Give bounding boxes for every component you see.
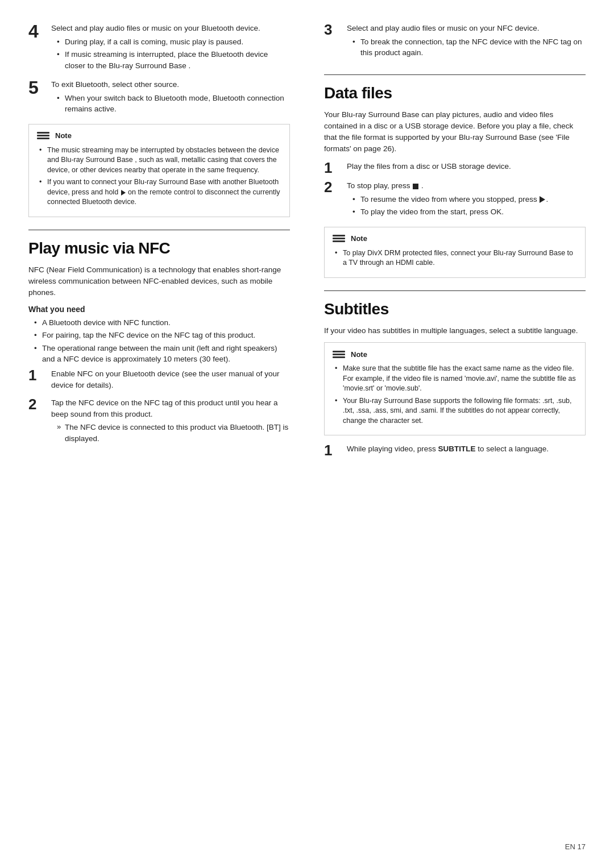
data-step-2-text: To stop play, press . [347,180,586,192]
nfc-step-2-number: 2 [28,396,49,413]
section-heading-data: Data files [324,84,586,102]
subtitles-step-1-number: 1 [324,442,345,459]
section-heading-nfc: Play music via NFC [28,239,290,258]
resume-text-after: . [546,195,548,203]
nfc-intro: NFC (Near Field Communication) is a tech… [28,264,290,299]
data-step-2-text-after: . [421,181,424,190]
note-box-1: Note The music streaming may be interrup… [28,124,290,217]
subtitles-step-1-text: While playing video, press SUBTITLE to s… [347,443,586,455]
step-4-text: Select and play audio files or music on … [51,23,290,34]
note-label-1: Note [55,131,72,140]
subtitles-step-1-content: While playing video, press SUBTITLE to s… [347,443,586,457]
note-3-bullet-2: Your Blu-ray Surround Base supports the … [335,396,578,426]
nfc-step-3-bullet-1: To break the connection, tap the NFC dev… [352,36,586,59]
data-step-2-number: 2 [324,179,345,196]
step-5-content: To exit Bluetooth, select other source. … [51,79,290,118]
divider-nfc [28,230,290,230]
what-you-need-2: For pairing, tap the NFC device on the N… [34,330,290,341]
step-5-bullet-1: When your switch back to Bluetooth mode,… [57,93,290,115]
note-label-2: Note [351,234,367,243]
note-header-1: Note [36,130,283,142]
step-4-bullet-2: If music streaming is interrupted, place… [57,49,290,71]
subtitles-step-1: 1 While playing video, press SUBTITLE to… [324,443,586,459]
step-4-content: Select and play audio files or music on … [51,23,290,74]
what-you-need-1: A Bluetooth device with NFC function. [34,317,290,329]
step-4-bullet-1: During play, if a call is coming, music … [57,36,290,48]
data-step-1-number: 1 [324,160,345,176]
data-step-1-content: Play the files from a disc or USB storag… [347,161,586,175]
nfc-step-3-content: Select and play audio files or music on … [347,23,586,62]
step-4-bullets: During play, if a call is coming, music … [51,36,290,72]
note-box-3: Note Make sure that the subtitle file ha… [324,342,586,435]
page-number: EN 17 [565,842,586,851]
section-heading-subtitles: Subtitles [324,300,586,318]
note-icon-2 [331,233,346,244]
nfc-step-2-bullets: The NFC device is connected to this prod… [51,422,290,444]
step-4-number: 4 [28,22,49,41]
step-5: 5 To exit Bluetooth, select other source… [28,79,290,118]
subtitles-intro: If your video has subtitles in multiple … [324,325,586,337]
what-you-need-3: The operational range between the main u… [34,343,290,365]
what-you-need-label: What you need [28,305,290,314]
nfc-step-1-number: 1 [28,367,49,384]
data-step-2-bullet-2: To play the video from the start, press … [352,206,586,218]
subtitle-bold: SUBTITLE [438,445,476,453]
what-you-need-list: A Bluetooth device with NFC function. Fo… [28,317,290,365]
data-step-2-content: To stop play, press . To resume the vide… [347,180,586,221]
nfc-step-2-text: Tap the NFC device on the NFC tag of thi… [51,397,290,420]
note-box-2: Note To play DivX DRM protected files, c… [324,227,586,278]
nfc-step-3-number: 3 [324,22,345,38]
nfc-step-3: 3 Select and play audio files or music o… [324,23,586,62]
step-5-number: 5 [28,78,49,98]
play-icon [540,196,545,203]
note-header-2: Note [331,233,578,244]
note-1-bullet-2: If you want to connect your Blu-ray Surr… [39,177,283,207]
note-1-bullet-1: The music streaming may be interrupted b… [39,146,283,176]
step-5-text: To exit Bluetooth, select other source. [51,79,290,90]
note-1-bullets: The music streaming may be interrupted b… [36,146,283,207]
nfc-step-2: 2 Tap the NFC device on the NFC tag of t… [28,397,290,447]
nfc-step-1-content: Enable NFC on your Bluetooth device (see… [51,368,290,393]
data-step-1: 1 Play the files from a disc or USB stor… [324,161,586,176]
nfc-step-3-bullets: To break the connection, tap the NFC dev… [347,36,586,59]
left-column: 4 Select and play audio files or music o… [28,23,307,845]
data-step-2-bullets: To resume the video from where you stopp… [347,194,586,218]
note-label-3: Note [351,350,367,359]
nfc-step-1: 1 Enable NFC on your Bluetooth device (s… [28,368,290,393]
resume-text-before: To resume the video from where you stopp… [360,195,539,203]
nfc-step-3-text: Select and play audio files or music on … [347,23,586,34]
data-step-1-text: Play the files from a disc or USB storag… [347,161,586,172]
step-4: 4 Select and play audio files or music o… [28,23,290,74]
data-intro: Your Blu-ray Surround Base can play pict… [324,109,586,155]
note-2-bullet-1: To play DivX DRM protected files, connec… [335,248,578,268]
nfc-step-2-bullet-1: The NFC device is connected to this prod… [57,422,290,444]
data-step-2-text-before: To stop play, press [347,181,410,190]
note-icon-3 [331,348,346,360]
data-step-2: 2 To stop play, press . To resume the vi… [324,180,586,221]
note-3-bullet-1: Make sure that the subtitle file has the… [335,364,578,394]
right-column: 3 Select and play audio files or music o… [307,23,586,845]
note-header-3: Note [331,348,578,360]
divider-subtitles [324,290,586,291]
note-icon-1 [36,130,51,142]
step-5-bullets: When your switch back to Bluetooth mode,… [51,93,290,115]
nfc-step-2-content: Tap the NFC device on the NFC tag of thi… [51,397,290,447]
note-3-bullets: Make sure that the subtitle file has the… [331,364,578,426]
stop-icon [413,184,418,189]
nfc-step-1-text: Enable NFC on your Bluetooth device (see… [51,368,290,391]
note-2-bullets: To play DivX DRM protected files, connec… [331,248,578,268]
divider-data [324,74,586,75]
subtitle-text-before: While playing video, press [347,445,436,453]
data-step-2-bullet-1: To resume the video from where you stopp… [352,194,586,205]
